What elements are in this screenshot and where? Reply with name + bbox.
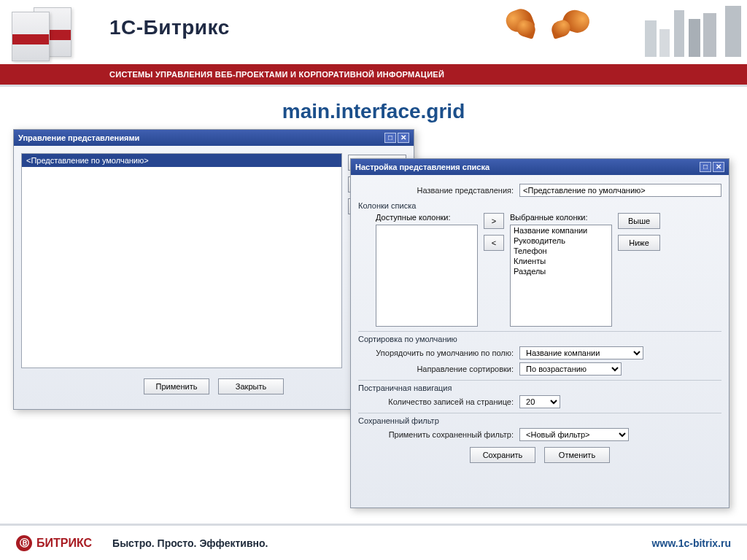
close-icon[interactable]: ✕ [398, 133, 409, 143]
sort-direction-label: Направление сортировки: [358, 365, 519, 373]
filter-section-label: Сохраненный фильтр [358, 413, 721, 425]
move-down-button[interactable]: Ниже [618, 235, 660, 251]
move-up-button[interactable]: Выше [618, 213, 660, 229]
dialog-title-text: Управление представлениями [18, 133, 139, 142]
sort-field-select[interactable]: Название компании [519, 346, 643, 359]
slide-footer: Ⓑ БИТРИКС Быстро. Просто. Эффективно. ww… [0, 524, 747, 560]
pagination-section-label: Постраничная навигация [358, 380, 721, 392]
maximize-icon[interactable]: □ [700, 162, 711, 172]
view-settings-dialog: Настройка представления списка □ ✕ Назва… [350, 158, 729, 508]
close-icon[interactable]: ✕ [713, 162, 724, 172]
footer-tagline: Быстро. Просто. Эффективно. [112, 537, 268, 549]
footer-brand-text: БИТРИКС [36, 537, 92, 550]
saved-filter-select[interactable]: <Новый фильтр> [519, 428, 629, 441]
move-left-button[interactable]: < [484, 235, 504, 251]
columns-section-label: Колонки списка [358, 201, 721, 210]
maximize-icon[interactable]: □ [384, 133, 396, 143]
dialog-titlebar[interactable]: Настройка представления списка □ ✕ [351, 159, 729, 175]
saved-filter-label: Применить сохраненный фильтр: [358, 430, 519, 439]
page-size-label: Количество записей на странице: [358, 397, 519, 406]
logo-glyph-icon: Ⓑ [16, 535, 32, 551]
views-list[interactable]: <Представление по умолчанию> [21, 153, 342, 368]
list-item[interactable]: Телефон [511, 246, 611, 256]
divider [0, 85, 747, 87]
sort-direction-select[interactable]: По возрастанию [519, 362, 622, 376]
list-item[interactable]: Руководитель [511, 236, 611, 246]
dialogs-stage: Управление представлениями □ ✕ <Представ… [0, 129, 747, 523]
city-skyline-art [557, 0, 747, 64]
list-item[interactable]: <Представление по умолчанию> [22, 154, 341, 167]
tagline-text: СИСТЕМЫ УПРАВЛЕНИЯ ВЕБ-ПРОЕКТАМИ И КОРПО… [109, 70, 444, 79]
apply-button[interactable]: Применить [144, 378, 209, 394]
slide-title: main.interface.grid [0, 100, 747, 123]
view-name-label: Название представления: [358, 186, 519, 195]
list-item[interactable]: Клиенты [511, 256, 611, 266]
dialog-titlebar[interactable]: Управление представлениями □ ✕ [14, 130, 414, 146]
selected-columns-list[interactable]: Название компании Руководитель Телефон К… [510, 225, 612, 327]
sort-section-label: Сортировка по умолчанию [358, 331, 721, 343]
product-box-art [6, 4, 93, 60]
slide-header: 1С-Битрикс [0, 0, 747, 64]
footer-logo: Ⓑ БИТРИКС [16, 535, 92, 551]
brand-logo-text: 1С-Битрикс [109, 16, 230, 39]
list-item[interactable]: Разделы [511, 266, 611, 276]
list-item[interactable]: Название компании [511, 225, 611, 236]
move-right-button[interactable]: > [484, 213, 504, 229]
save-button[interactable]: Сохранить [470, 447, 535, 463]
cancel-button[interactable]: Отменить [544, 447, 610, 463]
selected-columns-label: Выбранные колонки: [510, 213, 612, 222]
page-size-select[interactable]: 20 [519, 395, 560, 408]
close-button[interactable]: Закрыть [218, 378, 284, 394]
available-columns-list[interactable] [376, 225, 478, 327]
dialog-title-text: Настройка представления списка [355, 163, 489, 171]
butterfly-icon [506, 1, 565, 50]
tagline-bar: СИСТЕМЫ УПРАВЛЕНИЯ ВЕБ-ПРОЕКТАМИ И КОРПО… [0, 64, 747, 85]
footer-url: www.1c-bitrix.ru [652, 537, 731, 549]
available-columns-label: Доступные колонки: [376, 213, 478, 222]
sort-field-label: Упорядочить по умолчанию по полю: [358, 349, 519, 357]
view-name-input[interactable] [519, 184, 721, 197]
